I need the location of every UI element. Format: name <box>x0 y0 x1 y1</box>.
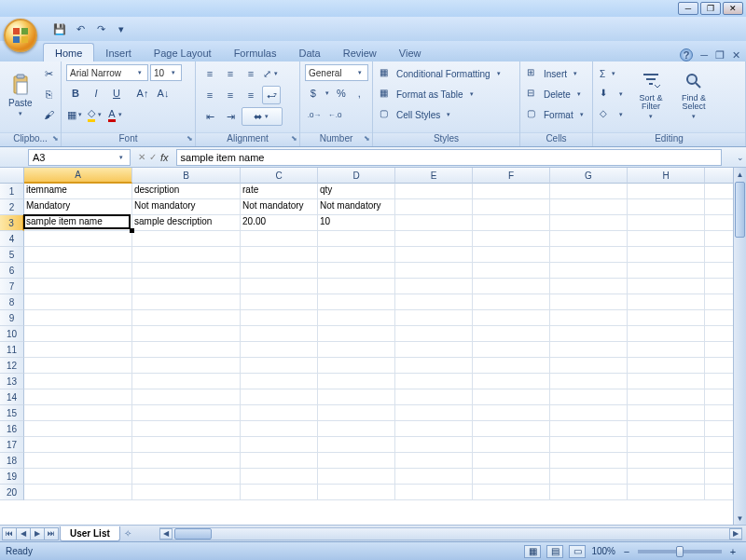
cell[interactable] <box>132 326 241 342</box>
cell[interactable] <box>550 358 628 374</box>
cell[interactable] <box>241 358 318 374</box>
enter-formula-icon[interactable]: ✓ <box>149 152 157 162</box>
cell[interactable] <box>241 374 318 389</box>
office-button[interactable] <box>4 19 37 52</box>
column-header[interactable]: G <box>550 168 628 184</box>
cell[interactable] <box>473 469 550 485</box>
font-size-combo[interactable]: 10▾ <box>150 64 182 81</box>
cell[interactable] <box>628 374 705 389</box>
scroll-left-icon[interactable]: ◀ <box>159 528 173 540</box>
cell[interactable] <box>132 310 241 326</box>
cell[interactable] <box>628 215 705 231</box>
cell[interactable] <box>318 310 395 326</box>
cell[interactable] <box>24 405 132 421</box>
cell[interactable] <box>24 374 132 389</box>
cell[interactable] <box>628 358 705 374</box>
cell[interactable] <box>550 247 628 263</box>
shrink-font-icon[interactable]: A↓ <box>154 84 173 102</box>
cell[interactable] <box>241 485 318 500</box>
cell[interactable] <box>628 279 705 294</box>
orientation-icon[interactable]: ⤢▾ <box>262 64 281 83</box>
cell[interactable] <box>628 199 705 215</box>
cell[interactable] <box>24 453 132 469</box>
cell[interactable] <box>318 358 395 374</box>
cell[interactable] <box>550 469 628 485</box>
undo-icon[interactable]: ↶ <box>73 21 88 36</box>
cell[interactable] <box>132 374 241 389</box>
tab-view[interactable]: View <box>388 44 433 61</box>
cell[interactable] <box>241 326 318 342</box>
zoom-out-icon[interactable]: − <box>621 546 632 557</box>
cell[interactable] <box>318 469 395 485</box>
cell[interactable] <box>318 231 395 247</box>
cell[interactable] <box>395 279 473 294</box>
cell[interactable] <box>550 405 628 421</box>
decrease-indent-icon[interactable]: ⇤ <box>200 107 219 126</box>
percent-icon[interactable]: % <box>333 84 349 102</box>
row-header[interactable]: 15 <box>0 405 24 421</box>
minimize-btn[interactable]: ─ <box>678 2 698 15</box>
cell[interactable] <box>395 310 473 326</box>
horizontal-scrollbar[interactable]: ◀ ▶ <box>159 527 742 540</box>
cell[interactable] <box>132 247 241 263</box>
cell[interactable] <box>241 437 318 453</box>
decrease-decimal-icon[interactable]: ←.0 <box>325 105 344 124</box>
cell[interactable] <box>241 453 318 469</box>
column-header[interactable]: B <box>132 168 241 184</box>
cell[interactable] <box>628 342 705 358</box>
cell[interactable] <box>395 215 473 231</box>
formula-bar[interactable]: sample item name <box>176 149 722 166</box>
cell[interactable]: sample item name <box>24 215 132 231</box>
cell[interactable] <box>241 421 318 437</box>
cell[interactable] <box>24 485 132 500</box>
cell[interactable] <box>473 326 550 342</box>
cell[interactable] <box>395 389 473 405</box>
tab-review[interactable]: Review <box>332 44 388 61</box>
cell[interactable] <box>395 184 473 199</box>
cell[interactable] <box>628 263 705 279</box>
cell[interactable] <box>132 263 241 279</box>
currency-icon[interactable]: $ <box>305 84 321 102</box>
cell[interactable] <box>132 279 241 294</box>
cell[interactable] <box>318 294 395 310</box>
cell[interactable] <box>132 231 241 247</box>
row-header[interactable]: 14 <box>0 389 24 405</box>
cell[interactable] <box>395 485 473 500</box>
format-cells-button[interactable]: ▢Format▾ <box>525 105 588 124</box>
column-header[interactable]: F <box>473 168 550 184</box>
cell[interactable] <box>395 469 473 485</box>
comma-icon[interactable]: , <box>352 84 367 102</box>
merge-center-button[interactable]: ⬌▾ <box>242 107 283 126</box>
cell[interactable]: Not mandatory <box>241 199 318 215</box>
cell[interactable]: Not mandatory <box>132 199 241 215</box>
cell[interactable] <box>550 279 628 294</box>
font-name-combo[interactable]: Arial Narrow▾ <box>66 64 148 81</box>
ribbon-minimize-btn[interactable]: ─ <box>700 49 708 61</box>
cell[interactable] <box>550 231 628 247</box>
copy-icon[interactable]: ⎘ <box>40 85 59 103</box>
cell[interactable] <box>132 342 241 358</box>
cell-styles-button[interactable]: ▢Cell Styles▾ <box>378 105 505 124</box>
cell[interactable] <box>473 310 550 326</box>
tab-insert[interactable]: Insert <box>94 44 143 61</box>
fill-handle[interactable] <box>130 228 134 233</box>
page-break-view-icon[interactable]: ▭ <box>569 545 586 558</box>
cell[interactable] <box>473 263 550 279</box>
alignment-launcher[interactable]: ⬊ <box>291 134 297 143</box>
tab-formulas[interactable]: Formulas <box>223 44 288 61</box>
scroll-up-icon[interactable]: ▲ <box>734 168 746 181</box>
cell[interactable] <box>473 294 550 310</box>
cell[interactable] <box>241 247 318 263</box>
cell[interactable] <box>241 469 318 485</box>
cell[interactable] <box>550 326 628 342</box>
row-header[interactable]: 3 <box>0 215 24 231</box>
cell[interactable] <box>24 231 132 247</box>
cell[interactable] <box>550 485 628 500</box>
select-all-corner[interactable] <box>0 168 24 184</box>
cell[interactable] <box>473 485 550 500</box>
row-header[interactable]: 20 <box>0 485 24 500</box>
increase-decimal-icon[interactable]: .0→ <box>305 105 324 124</box>
redo-icon[interactable]: ↷ <box>93 21 108 36</box>
align-middle-icon[interactable]: ≡ <box>221 64 240 83</box>
cell[interactable]: qty <box>318 184 395 199</box>
